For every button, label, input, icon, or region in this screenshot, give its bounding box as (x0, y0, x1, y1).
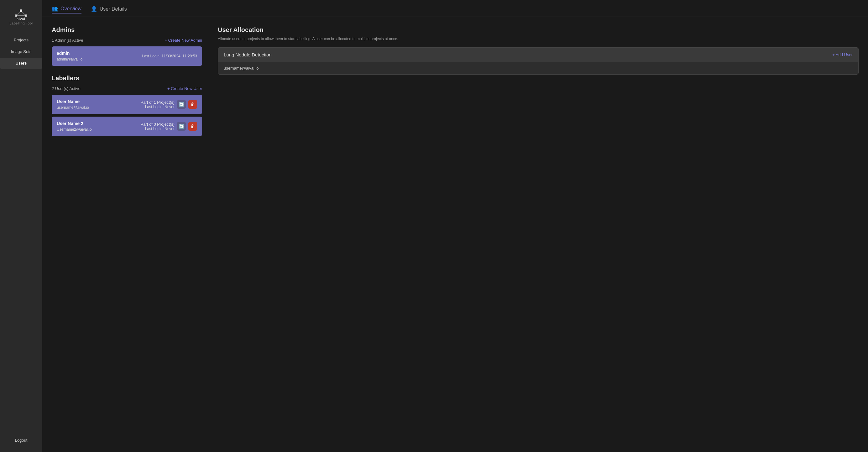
admins-count: 1 Admin(s) Active (52, 38, 83, 42)
labellers-section: Labellers 2 User(s) Active + Create New … (52, 74, 202, 136)
labeller-1-projects: Part of 0 Project(s) (141, 122, 175, 127)
labeller-0-last-login: Last Login: Never (141, 105, 175, 109)
allocation-desc: Allocate users to projects to allow them… (218, 36, 859, 42)
tab-user-details-label: User Details (100, 6, 127, 12)
sidebar-item-users[interactable]: Users (0, 58, 42, 69)
logo: aival Labelling Tool (9, 6, 33, 25)
admins-title: Admins (52, 26, 202, 34)
labeller-1-delete-button[interactable]: 🗑 (188, 122, 197, 131)
overview-icon: 👥 (52, 6, 58, 11)
logout-button[interactable]: Logout (0, 435, 42, 446)
admin-last-login: Last Login: 11/03/2024, 11:29:53 (142, 54, 197, 58)
content-area: Admins 1 Admin(s) Active + Create New Ad… (42, 17, 868, 452)
labeller-0-right: Part of 1 Project(s) Last Login: Never 🔄… (141, 100, 197, 109)
project-user-email-0: username@aival.io (224, 66, 258, 70)
labeller-card-1: User Name 2 Username2@aival.io Part of 0… (52, 117, 202, 136)
user-details-icon: 👤 (91, 6, 97, 12)
admin-card-right: Last Login: 11/03/2024, 11:29:53 (142, 54, 197, 58)
labeller-1-right: Part of 0 Project(s) Last Login: Never 🔄… (141, 122, 197, 131)
labeller-1-left: User Name 2 Username2@aival.io (57, 121, 92, 132)
admin-name: admin (57, 51, 83, 56)
allocation-title: User Allocation (218, 26, 859, 34)
labeller-0-view-button[interactable]: 🔄 (177, 100, 186, 109)
svg-line-4 (21, 11, 26, 16)
labeller-1-last-login: Last Login: Never (141, 127, 175, 131)
admin-email: admin@aival.io (57, 57, 83, 61)
labeller-card-0: User Name username@aival.io Part of 1 Pr… (52, 95, 202, 114)
create-user-button[interactable]: + Create New User (167, 86, 202, 91)
labellers-header: 2 User(s) Active + Create New User (52, 86, 202, 91)
project-user-row-0: username@aival.io (218, 62, 858, 74)
labeller-1-view-button[interactable]: 🔄 (177, 122, 186, 131)
admin-card-left: admin admin@aival.io (57, 51, 83, 61)
labeller-0-projects: Part of 1 Project(s) (141, 100, 175, 105)
sidebar: aival Labelling Tool Projects Image Sets… (0, 0, 42, 452)
right-panel: User Allocation Allocate users to projec… (218, 26, 859, 443)
sidebar-item-image-sets[interactable]: Image Sets (0, 46, 42, 57)
sidebar-item-projects[interactable]: Projects (0, 34, 42, 46)
labellers-title: Labellers (52, 74, 202, 82)
labeller-1-email: Username2@aival.io (57, 127, 92, 132)
add-user-button-0[interactable]: + Add User (832, 52, 852, 57)
labeller-1-meta: Part of 0 Project(s) Last Login: Never (141, 122, 175, 131)
tab-user-details[interactable]: 👤 User Details (91, 6, 127, 13)
create-admin-button[interactable]: + Create New Admin (164, 38, 202, 42)
main-content: 👥 Overview 👤 User Details Admins 1 Admin… (42, 0, 868, 452)
logo-label: Labelling Tool (9, 21, 33, 25)
labeller-0-left: User Name username@aival.io (57, 99, 89, 110)
admins-header: 1 Admin(s) Active + Create New Admin (52, 38, 202, 42)
logo-icon: aival (11, 6, 30, 21)
svg-line-3 (16, 11, 21, 16)
labeller-0-email: username@aival.io (57, 105, 89, 110)
project-allocation-header-0: Lung Nodule Detection + Add User (218, 48, 858, 62)
left-panel: Admins 1 Admin(s) Active + Create New Ad… (52, 26, 202, 443)
admins-section: Admins 1 Admin(s) Active + Create New Ad… (52, 26, 202, 66)
labeller-1-name: User Name 2 (57, 121, 92, 126)
labeller-0-delete-button[interactable]: 🗑 (188, 100, 197, 109)
top-nav: 👥 Overview 👤 User Details (42, 0, 868, 17)
project-name-0: Lung Nodule Detection (224, 52, 272, 57)
labeller-0-meta: Part of 1 Project(s) Last Login: Never (141, 100, 175, 109)
project-allocation-card-0: Lung Nodule Detection + Add User usernam… (218, 47, 859, 74)
sidebar-nav: Projects Image Sets Users (0, 34, 42, 435)
labeller-0-name: User Name (57, 99, 89, 104)
tab-overview-label: Overview (60, 6, 82, 11)
labellers-count: 2 User(s) Active (52, 86, 81, 91)
tab-overview[interactable]: 👥 Overview (52, 6, 82, 13)
svg-text:aival: aival (17, 17, 26, 21)
admin-card-0: admin admin@aival.io Last Login: 11/03/2… (52, 47, 202, 66)
